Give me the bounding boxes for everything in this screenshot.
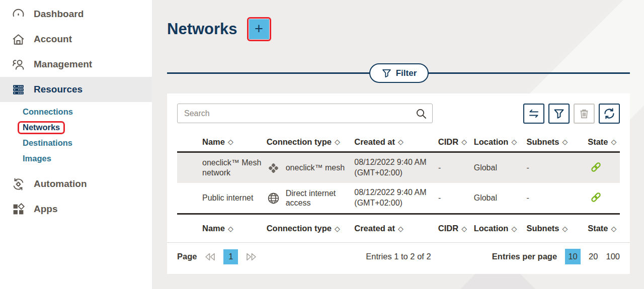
pagination-bar: Page 1 Entries 1 to 2 of 2 Ent (167, 242, 630, 270)
sidebar-item-label: Account (34, 34, 72, 45)
page-title: Networks (167, 20, 237, 38)
filter-funnel-icon (381, 68, 392, 78)
filter-button[interactable]: Filter (369, 63, 429, 83)
column-header-location[interactable]: Location◇ (474, 224, 527, 233)
networks-table-panel: Name◇ Connection type◇ Created at◇ CIDR◇… (167, 93, 630, 274)
column-header-location[interactable]: Location◇ (474, 137, 527, 147)
column-header-created-at[interactable]: Created at◇ (354, 224, 438, 233)
column-header-state[interactable]: State◇ (588, 137, 620, 147)
add-network-button[interactable]: + (249, 19, 269, 39)
double-chevron-right-icon (246, 253, 257, 261)
column-header-connection-type[interactable]: Connection type◇ (267, 137, 355, 147)
search-box (177, 104, 433, 123)
sort-icon[interactable]: ◇ (335, 225, 340, 233)
users-icon (12, 58, 25, 71)
page-size-option-20[interactable]: 20 (589, 252, 598, 261)
page-size-option-100[interactable]: 100 (606, 252, 620, 261)
sidebar-item-label: Automation (34, 178, 87, 189)
column-header-name[interactable]: Name◇ (177, 224, 267, 233)
table-header-row: Name◇ Connection type◇ Created at◇ CIDR◇… (177, 132, 620, 153)
delete-button[interactable] (574, 104, 595, 124)
column-header-name[interactable]: Name◇ (177, 137, 267, 147)
cell-created-at: 08/12/2022 9:40 AM (GMT+02:00) (354, 157, 438, 178)
annotation-box-networks: Networks (18, 121, 65, 134)
column-header-subnets[interactable]: Subnets◇ (526, 137, 588, 147)
sidebar-item-dashboard[interactable]: Dashboard (0, 2, 152, 27)
sort-icon[interactable]: ◇ (228, 138, 233, 146)
cell-location: Global (474, 194, 527, 203)
refresh-button[interactable] (599, 104, 620, 124)
sort-icon[interactable]: ◇ (228, 225, 233, 233)
page-label: Page (177, 252, 197, 261)
sidebar-item-account[interactable]: Account (0, 27, 152, 52)
sidebar-subitem-destinations[interactable]: Destinations (23, 135, 152, 151)
cell-cidr: - (438, 163, 474, 172)
cell-location: Global (474, 163, 527, 172)
cell-cidr: - (438, 194, 474, 203)
column-header-state[interactable]: State◇ (588, 224, 620, 233)
plus-icon: + (255, 22, 263, 36)
automation-icon (12, 177, 25, 191)
sort-icon[interactable]: ◇ (461, 138, 467, 146)
sort-icon[interactable]: ◇ (335, 138, 340, 146)
cell-connection-type: Direct internet access (267, 188, 355, 208)
table-row[interactable]: Public internet Direct internet access 0… (177, 183, 620, 213)
link-icon[interactable] (590, 191, 602, 204)
home-icon (12, 33, 25, 46)
sidebar-subitem-connections[interactable]: Connections (23, 104, 152, 120)
table-row[interactable]: oneclick™ Mesh network oneclick™ mesh 08… (177, 153, 620, 183)
first-page-button[interactable] (203, 252, 217, 262)
sidebar-item-label: Dashboard (34, 9, 84, 20)
sidebar-subitem-images[interactable]: Images (23, 151, 152, 166)
sort-icon[interactable]: ◇ (611, 138, 617, 146)
sort-icon[interactable]: ◇ (511, 225, 517, 233)
last-page-button[interactable] (245, 252, 258, 262)
sidebar-subitem-networks[interactable]: Networks (23, 120, 152, 135)
sidebar-item-automation[interactable]: Automation (0, 171, 152, 197)
sort-icon[interactable]: ◇ (562, 138, 568, 146)
sort-icon[interactable]: ◇ (398, 138, 404, 146)
cell-subnets: - (526, 194, 588, 203)
sort-icon[interactable]: ◇ (562, 225, 568, 233)
column-header-cidr[interactable]: CIDR◇ (438, 137, 474, 147)
column-header-connection-type[interactable]: Connection type◇ (267, 224, 355, 233)
column-header-subnets[interactable]: Subnets◇ (526, 224, 588, 233)
sort-icon[interactable]: ◇ (611, 225, 617, 233)
subitem-label: Images (23, 154, 51, 163)
subitem-label: Destinations (23, 138, 72, 148)
trash-icon (578, 108, 590, 120)
page-size-option-10[interactable]: 10 (565, 249, 581, 264)
sort-icon[interactable]: ◇ (398, 225, 404, 233)
column-header-created-at[interactable]: Created at◇ (354, 137, 438, 147)
subitem-label: Networks (23, 123, 60, 132)
gauge-icon (12, 8, 25, 21)
sort-icon[interactable]: ◇ (461, 225, 467, 233)
filter-funnel-icon (553, 108, 565, 120)
subitem-label: Connections (23, 107, 73, 117)
sidebar-item-resources[interactable]: Resources (0, 77, 152, 102)
mesh-diamond-icon (267, 161, 280, 175)
server-icon (12, 83, 25, 97)
sort-icon[interactable]: ◇ (511, 138, 517, 146)
apps-icon (12, 203, 25, 216)
cell-name: oneclick™ Mesh network (177, 158, 267, 178)
filter-table-button[interactable] (548, 104, 570, 124)
cell-subnets: - (526, 163, 588, 172)
link-icon[interactable] (590, 161, 602, 173)
cell-state (588, 191, 620, 206)
networks-table: Name◇ Connection type◇ Created at◇ CIDR◇… (177, 132, 620, 242)
table-footer-header-row: Name◇ Connection type◇ Created at◇ CIDR◇… (177, 213, 620, 242)
filter-label: Filter (396, 68, 417, 78)
connection-type-label: oneclick™ mesh (286, 163, 345, 172)
annotation-box-add-button: + (247, 17, 271, 41)
column-header-cidr[interactable]: CIDR◇ (438, 224, 474, 233)
current-page-button[interactable]: 1 (223, 249, 238, 264)
main-content: Networks + Filter (152, 0, 644, 289)
sidebar-item-apps[interactable]: Apps (0, 197, 152, 222)
swap-columns-button[interactable] (523, 104, 544, 124)
cell-name: Public internet (177, 193, 267, 203)
sidebar-item-label: Resources (34, 84, 83, 95)
search-input[interactable] (177, 104, 433, 123)
sidebar-item-management[interactable]: Management (0, 52, 152, 77)
search-icon[interactable] (415, 108, 427, 120)
